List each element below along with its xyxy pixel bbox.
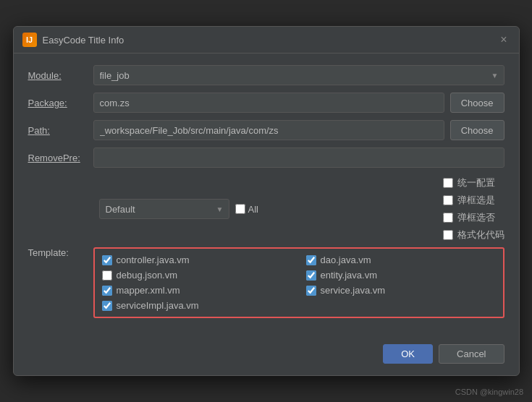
unified-checkbox[interactable] [443,178,453,188]
template-dropdown-wrapper: Default ▼ [99,199,229,219]
path-row: Path: Choose [28,120,504,140]
package-input[interactable] [93,93,444,113]
sidebar-option-popup-no: 弹框选否 [443,211,504,224]
cancel-button[interactable]: Cancel [439,344,504,364]
path-label: Path: [28,125,93,136]
removepre-input[interactable] [93,147,504,168]
module-row: Module: file_job ▼ [28,65,504,85]
path-input[interactable] [93,120,444,140]
dao-checkbox[interactable] [306,255,316,265]
removepre-row: RemovePre: [28,147,504,168]
template-grid: controller.java.vm dao.java.vm debug.jso… [102,255,496,311]
package-label: Package: [28,98,93,108]
module-label-text: odule: [35,70,61,81]
template-item-mapper: mapper.xml.vm [102,285,292,296]
mapper-label: mapper.xml.vm [117,285,180,296]
serviceimpl-checkbox[interactable] [102,301,112,311]
template-body-row: Template: controller.java.vm dao.java.vm [28,247,504,318]
popup-yes-checkbox[interactable] [443,195,453,205]
template-item-entity: entity.java.vm [306,270,496,281]
path-choose-button[interactable]: Choose [450,120,504,140]
all-label: All [248,204,258,215]
title-bar: IJ EasyCode Title Info × [14,27,519,54]
controller-checkbox[interactable] [102,255,112,265]
popup-no-label: 弹框选否 [457,211,495,224]
template-item-dao: dao.java.vm [306,255,496,265]
package-choose-button[interactable]: Choose [450,93,504,113]
template-select[interactable]: Default [99,199,229,219]
service-label: service.java.vm [321,285,386,296]
close-button[interactable]: × [497,33,510,47]
dialog-body: Module: file_job ▼ Package: Choose Path: [14,54,519,337]
dialog-footer: OK Cancel [14,337,519,375]
entity-label: entity.java.vm [321,270,378,281]
format-checkbox[interactable] [443,230,453,240]
dialog-title: EasyCode Title Info [43,35,124,46]
template-section: Default ▼ All 统一配置 [28,176,504,318]
module-select[interactable]: file_job [93,65,504,85]
template-grid-wrapper: controller.java.vm dao.java.vm debug.jso… [93,247,504,318]
sidebar-option-unified: 统一配置 [443,176,504,189]
mapper-checkbox[interactable] [102,286,112,296]
unified-label: 统一配置 [457,176,495,189]
template-item-serviceimpl: serviceImpl.java.vm [102,300,292,311]
sidebar-option-popup-yes: 弹框选是 [443,194,504,207]
dao-label: dao.java.vm [321,255,371,265]
module-dropdown-wrapper: file_job ▼ [93,65,504,85]
module-label: Module: [28,70,93,81]
package-row: Package: Choose [28,93,504,113]
popup-yes-label: 弹框选是 [457,194,495,207]
ok-button[interactable]: OK [383,344,433,364]
all-checkbox-group: All [235,204,258,215]
popup-no-checkbox[interactable] [443,213,453,223]
entity-checkbox[interactable] [306,270,316,281]
template-label-text: Template: [28,247,69,258]
watermark: CSDN @kingwin28 [455,388,523,396]
service-checkbox[interactable] [306,286,316,296]
template-item-service: service.java.vm [306,285,496,296]
template-item-debug: debug.json.vm [102,270,292,281]
template-controls: Default ▼ All [99,199,430,219]
template-item-controller: controller.java.vm [102,255,292,265]
debug-label: debug.json.vm [117,270,178,281]
app-icon: IJ [22,33,37,47]
template-top-row: Default ▼ All 统一配置 [28,176,504,241]
serviceimpl-label: serviceImpl.java.vm [117,300,199,311]
format-label: 格式化代码 [457,228,504,241]
removepre-label: RemovePre: [28,153,93,163]
all-checkbox[interactable] [235,204,245,214]
controller-label: controller.java.vm [117,255,190,265]
dialog: IJ EasyCode Title Info × Module: file_jo… [13,26,520,376]
sidebar-options: 统一配置 弹框选是 弹框选否 格式化代码 [443,176,504,241]
debug-checkbox[interactable] [102,270,112,281]
title-bar-left: IJ EasyCode Title Info [22,33,124,47]
sidebar-option-format: 格式化代码 [443,228,504,241]
template-label: Template: [28,247,93,258]
